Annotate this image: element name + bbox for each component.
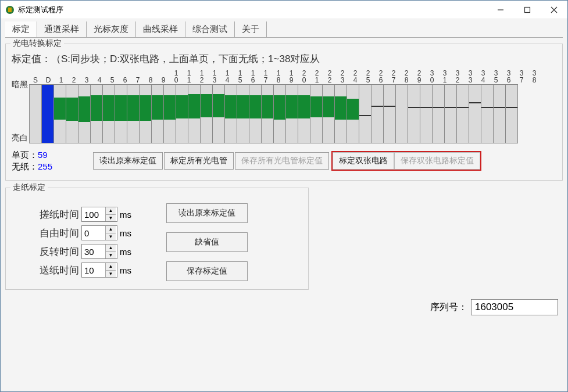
title-bar: 标定测试程序 [1,1,567,19]
bar-header: 23 [336,70,349,84]
bar-header: 35 [490,70,502,84]
bar [395,84,408,143]
bar-header: 33 [464,70,477,84]
bar [212,84,225,143]
bar [456,84,469,143]
spin-value[interactable] [82,244,105,258]
tab-strip: 标定通道采样光标灰度曲线采样综合测试关于 [5,21,563,38]
tab-0[interactable]: 标定 [5,21,37,37]
spin-up-icon[interactable]: ▲ [106,207,116,215]
bar-header: 26 [374,70,387,84]
spin-down-icon[interactable]: ▼ [106,252,116,259]
bars-container: SD12345678910111213141516171819202122232… [29,69,556,143]
save-all-button: 保存所有光电管标定值 [235,152,329,170]
paper-row: 送纸时间▲▼ms [12,262,131,278]
serial-input[interactable] [471,299,558,315]
unit-label: ms [120,247,131,257]
y-label-top: 暗黑 [12,80,28,90]
bar-header: 27 [387,70,400,84]
bar-header: 8 [144,77,157,84]
spin-value[interactable] [82,263,105,277]
maximize-button[interactable] [514,1,541,19]
y-label-bottom: 亮白 [12,133,28,143]
bar [359,84,371,143]
paper-read-button[interactable]: 读出原来标定值 [166,203,248,223]
spin-down-icon[interactable]: ▼ [106,271,116,278]
bar [127,84,140,143]
bar [151,84,164,143]
bar-header: 2 [67,77,80,84]
bar-header: 19 [285,70,298,84]
bar [310,84,323,143]
bar-header: 28 [400,70,413,84]
spin-up-icon[interactable]: ▲ [106,244,116,252]
photoelectric-calib-group: 光电转换标定 标定值：（S:同步块；D:双张电路，上面单页，下面无纸；1~38对… [5,44,563,181]
bar-header: 16 [247,70,259,84]
minimize-button[interactable] [487,1,514,19]
bar-header: 3 [80,77,93,84]
bar-header: S [29,77,42,84]
serial-row: 序列号： [5,299,563,315]
bar-header: 9 [157,77,170,84]
paper-feed-group: 走纸标定 搓纸时间▲▼ms自由时间▲▼ms反转时间▲▼ms送纸时间▲▼ms 读出… [5,188,309,290]
paper-label: 反转时间 [12,245,81,258]
svg-rect-3 [525,7,530,12]
y-axis-labels: 暗黑 亮白 [12,80,28,143]
spin-up-icon[interactable]: ▲ [106,226,116,233]
bar [188,84,201,143]
bar-header: 10 [170,70,183,84]
bar [420,84,433,143]
paper-save-button[interactable]: 保存标定值 [166,261,248,281]
tab-1[interactable]: 通道采样 [37,21,87,37]
bar-header: 5 [106,77,119,84]
bar-header: D [42,77,55,84]
calib-dual-button[interactable]: 标定双张电路 [333,152,394,170]
window-controls [487,1,567,19]
no-paper-label: 无纸： [12,161,38,171]
paper-default-button[interactable]: 缺省值 [166,232,248,252]
client-area: 标定通道采样光标灰度曲线采样综合测试关于 光电转换标定 标定值：（S:同步块；D… [1,19,567,391]
bar [408,84,420,143]
bar-header: 29 [413,70,426,84]
bar [493,84,506,143]
tab-3[interactable]: 曲线采样 [136,21,185,37]
bar [285,84,298,143]
app-window: 标定测试程序 标定通道采样光标灰度曲线采样综合测试关于 光电转换标定 标定值：（… [0,0,568,392]
bar [115,84,127,143]
bar [469,84,481,143]
bar [249,84,262,143]
bar-header: 14 [221,70,234,84]
unit-label: ms [120,265,131,275]
unit-label: ms [120,210,131,220]
spin-value[interactable] [82,207,105,221]
save-dual-button: 保存双张电路标定值 [394,152,480,170]
bar [298,84,310,143]
bar [505,84,518,143]
spin-down-icon[interactable]: ▼ [106,233,116,240]
tab-5[interactable]: 关于 [235,21,267,37]
calib-all-button[interactable]: 标定所有光电管 [164,152,234,170]
bar-chart: 暗黑 亮白 SD12345678910111213141516171819202… [12,69,556,143]
no-paper-value: 255 [38,161,52,171]
bar [383,84,396,143]
read-original-button[interactable]: 读出原来标定值 [93,152,163,170]
close-button[interactable] [541,1,567,19]
spin-up-icon[interactable]: ▲ [106,263,116,271]
bar-header: 38 [528,70,541,84]
bar-header: 18 [272,70,285,84]
spin-value[interactable] [82,226,105,240]
spin-input[interactable]: ▲▼ [81,207,117,222]
tab-4[interactable]: 综合测试 [185,21,235,37]
single-page-value: 59 [38,150,48,160]
bar-header: 17 [259,70,272,84]
bar [200,84,213,143]
bar [176,84,188,143]
spin-input[interactable]: ▲▼ [81,244,117,259]
bar [432,84,445,143]
spin-input[interactable]: ▲▼ [81,225,117,240]
spin-down-icon[interactable]: ▼ [106,215,116,222]
unit-label: ms [120,228,131,238]
tab-2[interactable]: 光标灰度 [87,21,136,37]
bar [163,84,176,143]
spin-input[interactable]: ▲▼ [81,262,117,278]
